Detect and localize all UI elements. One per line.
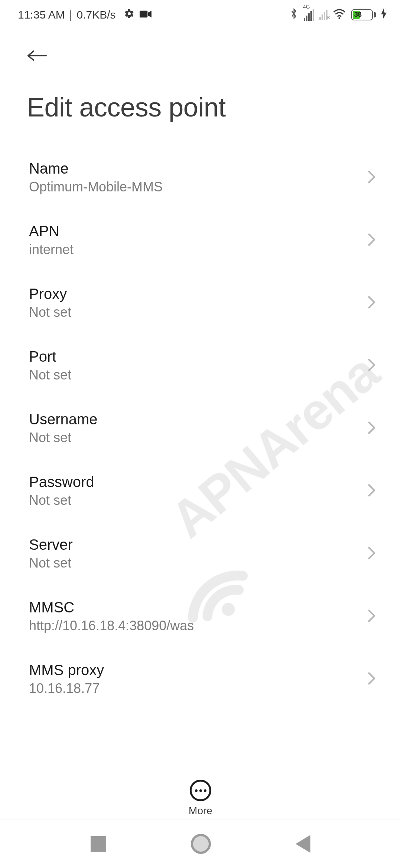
more-button[interactable]: More: [0, 780, 401, 817]
navigation-bar: [0, 819, 401, 868]
status-bar: 11:35 AM | 0.7KB/s 4G ✕: [0, 0, 401, 30]
chevron-right-icon: [368, 421, 376, 436]
setting-label: Password: [29, 474, 360, 490]
setting-value: Not set: [29, 555, 360, 571]
setting-value: Optimum-Mobile-MMS: [29, 179, 360, 195]
nav-recent-apps-button[interactable]: [91, 836, 106, 852]
gear-icon: [124, 9, 134, 22]
setting-row-apn[interactable]: APN internet: [29, 210, 379, 273]
setting-row-server[interactable]: Server Not set: [29, 524, 379, 586]
setting-row-port[interactable]: Port Not set: [29, 336, 379, 398]
setting-label: APN: [29, 223, 360, 240]
status-separator: |: [69, 9, 72, 21]
camera-icon: [140, 9, 151, 21]
arrow-left-icon: [26, 48, 48, 63]
more-label: More: [189, 805, 212, 817]
nav-home-button[interactable]: [191, 834, 211, 854]
wifi-icon: [333, 9, 346, 22]
status-time: 11:35 AM: [18, 9, 65, 21]
svg-rect-1: [140, 11, 147, 18]
setting-label: Server: [29, 536, 360, 553]
setting-row-mmsc[interactable]: MMSC http://10.16.18.4:38090/was: [29, 586, 379, 649]
chevron-right-icon: [368, 296, 376, 310]
setting-row-password[interactable]: Password Not set: [29, 461, 379, 524]
setting-value: Not set: [29, 367, 360, 383]
setting-row-mms-proxy[interactable]: MMS proxy 10.16.18.77: [29, 649, 379, 696]
signal-no-sim-icon: ✕: [319, 10, 327, 20]
chevron-right-icon: [368, 609, 376, 624]
nav-back-button[interactable]: [296, 835, 310, 853]
page-title: Edit access point: [27, 92, 383, 122]
charging-icon: [381, 8, 387, 22]
header: Edit access point: [0, 30, 401, 122]
back-button[interactable]: [24, 42, 50, 69]
setting-value: http://10.16.18.4:38090/was: [29, 618, 360, 634]
setting-value: internet: [29, 242, 360, 257]
chevron-right-icon: [368, 672, 376, 687]
chevron-right-icon: [368, 233, 376, 248]
settings-list: Name Optimum-Mobile-MMS APN internet Pro…: [0, 122, 401, 696]
signal-4g-icon: 4G: [304, 9, 314, 21]
chevron-right-icon: [368, 170, 376, 185]
chevron-right-icon: [368, 358, 376, 373]
chevron-right-icon: [368, 484, 376, 499]
setting-label: Name: [29, 160, 360, 177]
setting-label: Proxy: [29, 286, 360, 302]
setting-value: 10.16.18.77: [29, 681, 360, 696]
bluetooth-icon: [290, 8, 299, 22]
setting-value: Not set: [29, 493, 360, 508]
setting-row-name[interactable]: Name Optimum-Mobile-MMS: [29, 148, 379, 210]
setting-label: MMS proxy: [29, 662, 360, 678]
setting-label: Username: [29, 411, 360, 428]
setting-value: Not set: [29, 305, 360, 320]
battery-percent: 38: [354, 11, 362, 19]
setting-label: MMSC: [29, 599, 360, 616]
status-network-speed: 0.7KB/s: [77, 9, 116, 21]
chevron-right-icon: [368, 546, 376, 561]
setting-label: Port: [29, 348, 360, 365]
setting-value: Not set: [29, 430, 360, 445]
svg-point-2: [339, 17, 340, 19]
more-icon: [190, 780, 211, 801]
battery-indicator: 38: [351, 9, 376, 20]
setting-row-username[interactable]: Username Not set: [29, 398, 379, 461]
setting-row-proxy[interactable]: Proxy Not set: [29, 273, 379, 336]
